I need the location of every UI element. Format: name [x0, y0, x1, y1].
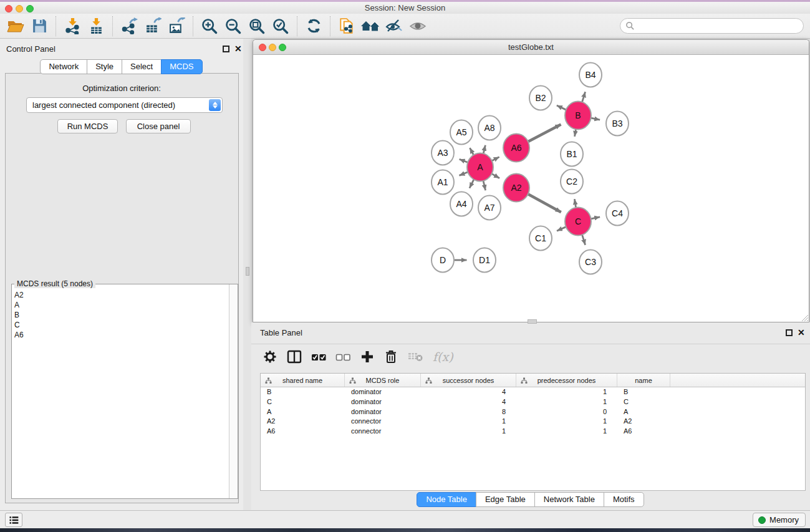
export-image-button[interactable]: [165, 15, 188, 37]
cell-shared-name[interactable]: C: [261, 397, 345, 407]
edge-A6-B[interactable]: [528, 124, 561, 142]
node-A2[interactable]: A2: [503, 174, 529, 202]
clone-network-button[interactable]: [335, 15, 359, 37]
select-all-button[interactable]: [311, 346, 327, 367]
node-C[interactable]: C: [565, 208, 591, 236]
show-all-networks-button[interactable]: [359, 15, 382, 37]
node-A8[interactable]: A8: [478, 116, 501, 140]
cell-successor-nodes[interactable]: 4: [421, 387, 516, 397]
cell-shared-name[interactable]: B: [261, 387, 345, 397]
close-panel-icon[interactable]: ✕: [234, 46, 242, 52]
edge-A-A4[interactable]: [470, 179, 475, 188]
run-mcds-button[interactable]: Run MCDS: [57, 119, 118, 133]
mcds-result-item[interactable]: A6: [14, 330, 229, 340]
cell-successor-nodes[interactable]: 1: [421, 427, 516, 437]
node-A1[interactable]: A1: [432, 170, 454, 195]
cell-name[interactable]: B: [617, 387, 670, 397]
node-A6[interactable]: A6: [503, 134, 529, 162]
node-B[interactable]: B: [565, 102, 591, 130]
node-B1[interactable]: B1: [561, 142, 583, 167]
edge-A-A1[interactable]: [459, 172, 468, 176]
network-window-titlebar[interactable]: testGlobe.txt: [253, 40, 809, 55]
column-header-name[interactable]: name: [617, 374, 670, 387]
column-header-predecessor-nodes[interactable]: predecessor nodes: [516, 374, 617, 387]
tab-network[interactable]: Network: [40, 59, 87, 74]
mcds-result-list[interactable]: A2ABCA6: [12, 285, 229, 498]
tab-motifs[interactable]: Motifs: [604, 492, 644, 507]
cell-name[interactable]: A: [617, 407, 670, 417]
hide-visibility-button[interactable]: [382, 15, 406, 37]
float-panel-icon[interactable]: [223, 46, 229, 52]
node-A7[interactable]: A7: [478, 196, 501, 220]
vertical-splitter-handle[interactable]: [246, 267, 249, 276]
edge-B-B3[interactable]: [591, 118, 600, 120]
node-A[interactable]: A: [467, 153, 493, 181]
tab-style[interactable]: Style: [87, 59, 122, 74]
network-canvas[interactable]: B4B2BB3B1A5A8A6A3AA1A2A4A7C2CC4C1C3DD1: [253, 55, 809, 322]
edge-C-C3[interactable]: [582, 234, 585, 245]
edge-A-A2[interactable]: [491, 173, 499, 178]
cell-name[interactable]: C: [617, 397, 670, 407]
close-table-panel-icon[interactable]: ✕: [798, 329, 805, 336]
table-row[interactable]: Cdominator41C: [261, 397, 805, 407]
node-B3[interactable]: B3: [606, 112, 629, 136]
show-visibility-button[interactable]: [406, 15, 430, 37]
cell-shared-name[interactable]: A: [261, 407, 345, 417]
table-row[interactable]: Bdominator41B: [261, 387, 805, 397]
cell-successor-nodes[interactable]: 1: [421, 417, 516, 427]
node-A3[interactable]: A3: [432, 141, 454, 165]
node-A4[interactable]: A4: [450, 192, 473, 216]
column-header-shared-name[interactable]: shared name: [261, 374, 345, 387]
zoom-out-button[interactable]: [221, 15, 245, 37]
memory-button[interactable]: Memory: [753, 513, 806, 527]
node-A5[interactable]: A5: [450, 120, 473, 145]
tab-select[interactable]: Select: [122, 59, 162, 74]
export-table-button[interactable]: [141, 15, 165, 37]
mcds-list-scrollbar[interactable]: [229, 284, 238, 498]
cell-MCDS-role[interactable]: dominator: [345, 387, 421, 397]
cell-MCDS-role[interactable]: dominator: [345, 407, 421, 417]
deselect-all-button[interactable]: [335, 346, 351, 367]
show-columns-button[interactable]: [286, 346, 302, 367]
cell-shared-name[interactable]: A6: [261, 427, 345, 437]
delete-columns-button[interactable]: [383, 346, 398, 367]
cell-name[interactable]: A2: [617, 417, 670, 427]
node-B2[interactable]: B2: [529, 86, 552, 110]
zoom-fit-button[interactable]: [245, 15, 269, 37]
edge-B-B4[interactable]: [582, 92, 585, 103]
cell-successor-nodes[interactable]: 8: [421, 407, 516, 417]
column-header-MCDS-role[interactable]: MCDS role: [345, 374, 421, 387]
node-B4[interactable]: B4: [579, 63, 602, 87]
cell-MCDS-role[interactable]: dominator: [345, 397, 421, 407]
node-C4[interactable]: C4: [606, 201, 629, 226]
edge-A-A6[interactable]: [492, 157, 499, 161]
mcds-result-item[interactable]: B: [14, 310, 229, 320]
edge-A2-C[interactable]: [528, 194, 561, 212]
tab-node-table[interactable]: Node Table: [417, 492, 476, 507]
mcds-result-item[interactable]: A2: [14, 290, 229, 300]
node-D1[interactable]: D1: [473, 248, 496, 273]
edge-B-B2[interactable]: [557, 105, 566, 110]
show-panel-list-button[interactable]: [5, 513, 22, 527]
edge-C-C1[interactable]: [557, 227, 566, 231]
resize-grip-icon[interactable]: [800, 313, 808, 321]
cell-MCDS-role[interactable]: connector: [345, 417, 421, 427]
zoom-in-button[interactable]: [198, 15, 221, 37]
criterion-dropdown[interactable]: largest connected component (directed): [26, 97, 223, 113]
horizontal-splitter-handle[interactable]: [528, 319, 537, 324]
table-row[interactable]: Adominator80A: [261, 407, 805, 417]
table-row[interactable]: A2connector11A2: [261, 417, 805, 427]
export-network-button[interactable]: [117, 15, 141, 37]
zoom-selected-button[interactable]: [269, 15, 292, 37]
vertical-splitter[interactable]: [243, 39, 251, 510]
cell-MCDS-role[interactable]: connector: [345, 427, 421, 437]
node-C2[interactable]: C2: [561, 170, 583, 194]
cell-name[interactable]: A6: [617, 427, 670, 437]
table-mode-gear-button[interactable]: [263, 346, 277, 367]
node-table[interactable]: shared nameMCDS rolesuccessor nodesprede…: [260, 373, 806, 491]
mcds-result-item[interactable]: C: [14, 320, 229, 330]
import-network-button[interactable]: [60, 15, 84, 37]
create-column-button[interactable]: [360, 346, 375, 367]
import-table-button[interactable]: [84, 15, 108, 37]
save-session-button[interactable]: [27, 15, 51, 37]
